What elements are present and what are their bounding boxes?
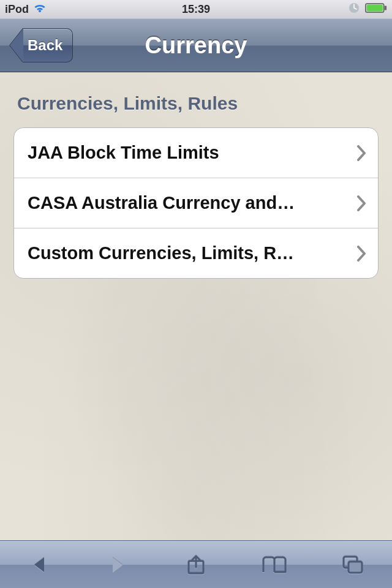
chevron-right-icon [356, 195, 367, 211]
battery-icon [365, 2, 387, 17]
carrier-label: iPod [5, 3, 29, 16]
back-button[interactable]: Back [10, 28, 73, 62]
share-button[interactable] [176, 550, 216, 579]
wifi-icon [32, 2, 47, 17]
browser-toolbar [0, 540, 392, 588]
nav-bar: Back Currency [0, 18, 392, 72]
bookmarks-button[interactable] [255, 550, 294, 579]
back-arrow-icon [10, 28, 23, 62]
nav-back-button[interactable] [20, 550, 59, 579]
activity-icon [348, 2, 360, 17]
chevron-right-icon [356, 145, 367, 161]
back-label: Back [28, 37, 62, 54]
tabs-button[interactable] [333, 550, 372, 579]
list-item-label: CASA Australia Currency and… [28, 193, 295, 213]
list-item-jaa-block-time-limits[interactable]: JAA Block Time Limits [14, 128, 378, 178]
currency-list: JAA Block Time Limits CASA Australia Cur… [13, 127, 379, 279]
list-item-casa-australia-currency[interactable]: CASA Australia Currency and… [14, 178, 378, 228]
content-area: Currencies, Limits, Rules JAA Block Time… [0, 72, 392, 540]
status-bar: iPod 15:39 [0, 0, 392, 18]
svg-rect-2 [385, 6, 387, 10]
chevron-right-icon [356, 246, 367, 262]
page-title: Currency [145, 32, 247, 59]
nav-forward-button[interactable] [98, 550, 137, 579]
section-header: Currencies, Limits, Rules [17, 93, 375, 114]
svg-rect-3 [367, 4, 383, 11]
list-item-label: Custom Currencies, Limits, R… [28, 243, 294, 263]
list-item-custom-currencies-limits[interactable]: Custom Currencies, Limits, R… [14, 228, 378, 278]
svg-rect-6 [349, 562, 362, 573]
clock-label: 15:39 [182, 3, 210, 16]
list-item-label: JAA Block Time Limits [28, 143, 219, 163]
